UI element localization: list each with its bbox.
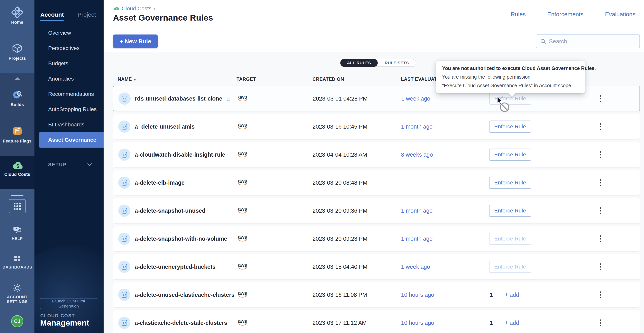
- rule-name[interactable]: a-elasticache-delete-stale-clusters: [135, 320, 227, 326]
- nav-item-bi-dashboards[interactable]: BI Dashboards: [34, 117, 104, 132]
- search-icon: [540, 38, 546, 45]
- row-menu-kebab-icon[interactable]: [596, 177, 604, 189]
- gear-icon: [12, 283, 22, 293]
- row-menu-kebab-icon[interactable]: [596, 149, 604, 161]
- enforce-rule-button[interactable]: Enforce Rule: [489, 205, 531, 217]
- rule-name[interactable]: a-delete-snapshot-with-no-volume: [135, 236, 227, 242]
- enforce-rule-button[interactable]: Enforce Rule: [489, 149, 531, 161]
- breadcrumb-chevron-icon: ›: [154, 6, 155, 12]
- rail-divider: [11, 195, 24, 196]
- rule-type-icon: [118, 205, 130, 217]
- last-evaluated-value[interactable]: 1 month ago: [401, 236, 432, 242]
- link-enforcements[interactable]: Enforcements: [547, 11, 584, 18]
- nav-item-asset-governance[interactable]: Asset Governance: [39, 132, 104, 148]
- rule-type-icon: [118, 233, 130, 245]
- add-enforcement-link[interactable]: + add: [505, 320, 519, 326]
- grid-icon: [14, 203, 21, 210]
- row-menu-kebab-icon[interactable]: [596, 93, 604, 105]
- rule-name[interactable]: a-delete-unencrypted-buckets: [135, 264, 216, 270]
- nav-item-overview[interactable]: Overview: [34, 25, 104, 41]
- last-evaluated-value[interactable]: 1 month ago: [401, 208, 432, 214]
- module-picker-button[interactable]: [8, 199, 26, 213]
- svg-text:$: $: [16, 163, 20, 169]
- nav-item-budgets[interactable]: Budgets: [34, 56, 104, 71]
- svg-text:?: ?: [15, 227, 17, 230]
- sidebar-item-cloud-costs[interactable]: $ Cloud Costs: [0, 160, 34, 177]
- sidebar-item-account-settings[interactable]: ACCOUNT SETTINGS: [0, 283, 34, 304]
- search-input[interactable]: [549, 38, 636, 45]
- setup-section-toggle[interactable]: SETUP: [34, 160, 104, 169]
- rule-type-icon: [118, 177, 130, 189]
- table-row[interactable]: a-elasticache-delete-stale-clustersaws20…: [113, 310, 640, 333]
- row-menu-kebab-icon[interactable]: [596, 233, 604, 245]
- toggle-rule-sets[interactable]: RULE SETS: [378, 59, 416, 67]
- enforce-rule-button[interactable]: Enforce Rule: [489, 121, 531, 133]
- last-evaluated-value[interactable]: 1 week ago: [401, 264, 430, 270]
- rule-name[interactable]: a-delete-unused-elasticache-clusters: [135, 292, 234, 298]
- copy-icon[interactable]: [225, 96, 231, 102]
- sidebar-item-feature-flags[interactable]: Feature Flags: [0, 125, 34, 144]
- enforce-rule-button[interactable]: Enforce Rule: [489, 261, 531, 273]
- table-row[interactable]: a-delete-snapshot-unusedaws2023-03-20 09…: [113, 198, 640, 223]
- sidebar-item-home[interactable]: Home: [0, 6, 34, 25]
- table-row[interactable]: a-delete-unencrypted-bucketsaws2023-03-1…: [113, 254, 640, 279]
- link-rules[interactable]: Rules: [511, 11, 526, 18]
- table-row[interactable]: a- delete-unused-amisaws2023-03-16 10:45…: [113, 114, 640, 139]
- add-enforcement-link[interactable]: + add: [505, 292, 519, 298]
- table-row[interactable]: a-delete-snapshot-with-no-volumeaws2023-…: [113, 226, 640, 251]
- rule-name[interactable]: rds-unused-databases-list-clone: [135, 96, 222, 102]
- rule-type-icon: [118, 93, 130, 105]
- sidebar-item-builds[interactable]: Builds: [0, 89, 34, 107]
- collapse-up-icon[interactable]: [14, 77, 20, 80]
- rule-name[interactable]: a-cloudwatch-disable-insight-rule: [135, 152, 225, 158]
- launch-ccm-first-gen-button[interactable]: Launch CCM First Generation: [40, 298, 97, 309]
- sidebar-item-help[interactable]: ? HELP: [0, 225, 34, 241]
- last-evaluated-value[interactable]: 10 hours ago: [401, 292, 434, 298]
- aws-target-icon: aws: [236, 179, 249, 187]
- search-box: [536, 35, 640, 48]
- tooltip-line: You are missing the following permission…: [442, 73, 579, 81]
- table-row[interactable]: a-cloudwatch-disable-insight-ruleaws2023…: [113, 142, 640, 167]
- last-evaluated-value[interactable]: 3 weeks ago: [401, 152, 433, 158]
- new-rule-button[interactable]: + New Rule: [113, 35, 158, 48]
- sidebar-item-dashboards[interactable]: DASHBOARDS: [0, 254, 34, 269]
- rail-collapse-band[interactable]: [0, 73, 34, 84]
- rule-name[interactable]: a-delete-elb-image: [135, 180, 185, 186]
- cloud-costs-nav-panel: Account Project OverviewPerspectivesBudg…: [34, 0, 104, 333]
- aws-target-icon: aws: [236, 207, 249, 215]
- row-menu-kebab-icon[interactable]: [596, 261, 604, 273]
- aws-target-icon: aws: [236, 95, 249, 103]
- tab-project-scope[interactable]: Project: [78, 11, 96, 18]
- row-menu-kebab-icon[interactable]: [596, 317, 604, 329]
- rule-name[interactable]: a- delete-unused-amis: [135, 124, 195, 130]
- row-menu-kebab-icon[interactable]: [596, 121, 604, 133]
- enforce-rule-button[interactable]: Enforce Rule: [489, 177, 531, 189]
- nav-item-recommendations[interactable]: Recommendations: [34, 86, 104, 102]
- rule-name[interactable]: a-delete-snapshot-unused: [135, 208, 206, 214]
- link-evaluations[interactable]: Evaluations: [605, 11, 636, 18]
- sidebar-item-projects[interactable]: Projects: [0, 42, 34, 61]
- breadcrumb-cloud-costs-link[interactable]: Cloud Costs: [122, 6, 152, 12]
- toggle-all-rules[interactable]: ALL RULES: [340, 59, 378, 67]
- created-on-value: 2023-03-20 08:48 PM: [312, 180, 368, 186]
- nav-item-perspectives[interactable]: Perspectives: [34, 41, 104, 56]
- row-menu-kebab-icon[interactable]: [596, 289, 604, 301]
- chevron-down-icon: [87, 163, 92, 166]
- help-chat-icon: ?: [12, 225, 22, 235]
- created-on-value: 2023-04-04 10:23 AM: [312, 152, 367, 158]
- nav-item-autostopping-rules[interactable]: AutoStopping Rules: [34, 102, 104, 117]
- nav-item-anomalies[interactable]: Anomalies: [34, 71, 104, 86]
- row-menu-kebab-icon[interactable]: [596, 205, 604, 217]
- enforce-rule-button[interactable]: Enforce Rule: [489, 233, 531, 245]
- rule-type-icon: [118, 261, 130, 273]
- last-evaluated-value[interactable]: 10 hours ago: [401, 320, 434, 326]
- column-header-name[interactable]: NAME▾: [118, 77, 136, 82]
- tab-account-scope[interactable]: Account: [40, 11, 64, 18]
- user-avatar[interactable]: CJ: [11, 315, 23, 327]
- last-evaluated-value[interactable]: 1 month ago: [401, 124, 432, 130]
- product-eyebrow: CLOUD COST: [40, 313, 75, 318]
- last-evaluated-value: -: [401, 180, 403, 186]
- table-row[interactable]: a-delete-unused-elasticache-clustersaws2…: [113, 282, 640, 307]
- table-row[interactable]: a-delete-elb-imageaws2023-03-20 08:48 PM…: [113, 170, 640, 195]
- last-evaluated-value[interactable]: 1 week ago: [401, 96, 430, 102]
